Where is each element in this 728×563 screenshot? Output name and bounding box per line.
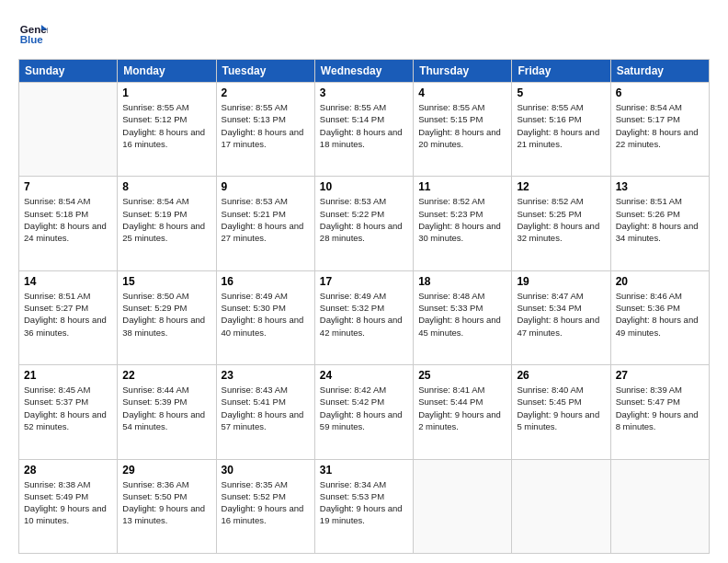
day-number: 1 xyxy=(122,86,210,99)
day-cell: 16Sunrise: 8:49 AMSunset: 5:30 PMDayligh… xyxy=(216,270,314,364)
day-cell: 20Sunrise: 8:46 AMSunset: 5:36 PMDayligh… xyxy=(610,270,709,364)
day-number: 4 xyxy=(418,86,506,99)
day-cell: 1Sunrise: 8:55 AMSunset: 5:12 PMDaylight… xyxy=(118,83,216,177)
weekday-header-tuesday: Tuesday xyxy=(216,60,314,83)
week-row-1: 1Sunrise: 8:55 AMSunset: 5:12 PMDaylight… xyxy=(19,83,710,177)
week-row-4: 21Sunrise: 8:45 AMSunset: 5:37 PMDayligh… xyxy=(19,365,710,459)
day-cell: 19Sunrise: 8:47 AMSunset: 5:34 PMDayligh… xyxy=(512,270,610,364)
day-info: Sunrise: 8:54 AMSunset: 5:19 PMDaylight:… xyxy=(122,195,210,244)
day-info: Sunrise: 8:53 AMSunset: 5:22 PMDaylight:… xyxy=(320,195,408,244)
day-number: 24 xyxy=(320,369,408,382)
day-cell xyxy=(610,459,709,553)
day-info: Sunrise: 8:40 AMSunset: 5:45 PMDaylight:… xyxy=(517,384,605,432)
day-cell: 3Sunrise: 8:55 AMSunset: 5:14 PMDaylight… xyxy=(314,83,413,177)
day-number: 8 xyxy=(122,180,210,193)
day-cell: 10Sunrise: 8:53 AMSunset: 5:22 PMDayligh… xyxy=(314,177,413,270)
day-info: Sunrise: 8:49 AMSunset: 5:30 PMDaylight:… xyxy=(222,290,310,339)
day-info: Sunrise: 8:55 AMSunset: 5:12 PMDaylight:… xyxy=(122,101,210,150)
page: General Blue SundayMondayTuesdayWednesda… xyxy=(0,0,728,563)
calendar-table: SundayMondayTuesdayWednesdayThursdayFrid… xyxy=(18,59,710,554)
day-cell: 27Sunrise: 8:39 AMSunset: 5:47 PMDayligh… xyxy=(610,365,709,459)
logo-icon: General Blue xyxy=(18,18,48,48)
day-info: Sunrise: 8:34 AMSunset: 5:53 PMDaylight:… xyxy=(320,478,408,527)
day-info: Sunrise: 8:54 AMSunset: 5:18 PMDaylight:… xyxy=(24,195,112,244)
week-row-3: 14Sunrise: 8:51 AMSunset: 5:27 PMDayligh… xyxy=(19,270,710,364)
day-cell: 14Sunrise: 8:51 AMSunset: 5:27 PMDayligh… xyxy=(19,270,118,364)
day-info: Sunrise: 8:44 AMSunset: 5:39 PMDaylight:… xyxy=(122,384,210,432)
day-info: Sunrise: 8:52 AMSunset: 5:23 PMDaylight:… xyxy=(418,195,506,244)
day-number: 27 xyxy=(616,369,704,382)
day-number: 30 xyxy=(222,464,310,477)
day-number: 31 xyxy=(320,464,408,477)
day-number: 25 xyxy=(418,369,506,382)
day-info: Sunrise: 8:54 AMSunset: 5:17 PMDaylight:… xyxy=(616,101,704,150)
day-info: Sunrise: 8:53 AMSunset: 5:21 PMDaylight:… xyxy=(222,195,310,244)
day-info: Sunrise: 8:49 AMSunset: 5:32 PMDaylight:… xyxy=(320,290,408,339)
day-cell: 23Sunrise: 8:43 AMSunset: 5:41 PMDayligh… xyxy=(216,365,314,459)
day-info: Sunrise: 8:38 AMSunset: 5:49 PMDaylight:… xyxy=(24,478,112,527)
day-cell: 24Sunrise: 8:42 AMSunset: 5:42 PMDayligh… xyxy=(314,365,413,459)
weekday-header-monday: Monday xyxy=(118,60,216,83)
day-cell: 6Sunrise: 8:54 AMSunset: 5:17 PMDaylight… xyxy=(610,83,709,177)
header: General Blue xyxy=(18,18,710,48)
day-info: Sunrise: 8:39 AMSunset: 5:47 PMDaylight:… xyxy=(616,384,704,432)
day-info: Sunrise: 8:51 AMSunset: 5:27 PMDaylight:… xyxy=(24,290,112,339)
day-number: 3 xyxy=(320,86,408,99)
weekday-header-wednesday: Wednesday xyxy=(314,60,413,83)
day-number: 22 xyxy=(122,369,210,382)
day-number: 20 xyxy=(616,275,704,288)
day-info: Sunrise: 8:55 AMSunset: 5:15 PMDaylight:… xyxy=(418,101,506,150)
day-number: 15 xyxy=(122,275,210,288)
day-cell: 26Sunrise: 8:40 AMSunset: 5:45 PMDayligh… xyxy=(512,365,610,459)
day-cell: 12Sunrise: 8:52 AMSunset: 5:25 PMDayligh… xyxy=(512,177,610,270)
day-cell: 31Sunrise: 8:34 AMSunset: 5:53 PMDayligh… xyxy=(314,459,413,553)
weekday-header-thursday: Thursday xyxy=(414,60,512,83)
day-info: Sunrise: 8:52 AMSunset: 5:25 PMDaylight:… xyxy=(517,195,605,244)
day-info: Sunrise: 8:47 AMSunset: 5:34 PMDaylight:… xyxy=(517,290,605,339)
day-number: 5 xyxy=(517,86,605,99)
day-number: 21 xyxy=(24,369,112,382)
day-cell: 15Sunrise: 8:50 AMSunset: 5:29 PMDayligh… xyxy=(118,270,216,364)
day-cell: 22Sunrise: 8:44 AMSunset: 5:39 PMDayligh… xyxy=(118,365,216,459)
day-info: Sunrise: 8:46 AMSunset: 5:36 PMDaylight:… xyxy=(616,290,704,339)
day-cell: 2Sunrise: 8:55 AMSunset: 5:13 PMDaylight… xyxy=(216,83,314,177)
day-number: 26 xyxy=(517,369,605,382)
day-cell: 30Sunrise: 8:35 AMSunset: 5:52 PMDayligh… xyxy=(216,459,314,553)
weekday-header-row: SundayMondayTuesdayWednesdayThursdayFrid… xyxy=(19,60,710,83)
day-cell: 9Sunrise: 8:53 AMSunset: 5:21 PMDaylight… xyxy=(216,177,314,270)
day-number: 16 xyxy=(222,275,310,288)
day-cell: 11Sunrise: 8:52 AMSunset: 5:23 PMDayligh… xyxy=(414,177,512,270)
weekday-header-saturday: Saturday xyxy=(610,60,709,83)
day-number: 17 xyxy=(320,275,408,288)
svg-text:Blue: Blue xyxy=(20,34,44,45)
day-number: 13 xyxy=(616,180,704,193)
day-number: 2 xyxy=(222,86,310,99)
day-cell: 29Sunrise: 8:36 AMSunset: 5:50 PMDayligh… xyxy=(118,459,216,553)
day-info: Sunrise: 8:55 AMSunset: 5:14 PMDaylight:… xyxy=(320,101,408,150)
day-info: Sunrise: 8:42 AMSunset: 5:42 PMDaylight:… xyxy=(320,384,408,432)
day-number: 29 xyxy=(122,464,210,477)
day-info: Sunrise: 8:55 AMSunset: 5:13 PMDaylight:… xyxy=(222,101,310,150)
day-cell: 17Sunrise: 8:49 AMSunset: 5:32 PMDayligh… xyxy=(314,270,413,364)
day-info: Sunrise: 8:48 AMSunset: 5:33 PMDaylight:… xyxy=(418,290,506,339)
day-cell: 8Sunrise: 8:54 AMSunset: 5:19 PMDaylight… xyxy=(118,177,216,270)
day-number: 28 xyxy=(24,464,112,477)
week-row-5: 28Sunrise: 8:38 AMSunset: 5:49 PMDayligh… xyxy=(19,459,710,553)
day-cell: 4Sunrise: 8:55 AMSunset: 5:15 PMDaylight… xyxy=(414,83,512,177)
day-cell xyxy=(19,83,118,177)
weekday-header-sunday: Sunday xyxy=(19,60,118,83)
logo: General Blue xyxy=(18,18,51,48)
day-number: 6 xyxy=(616,86,704,99)
day-number: 12 xyxy=(517,180,605,193)
day-number: 14 xyxy=(24,275,112,288)
weekday-header-friday: Friday xyxy=(512,60,610,83)
day-info: Sunrise: 8:36 AMSunset: 5:50 PMDaylight:… xyxy=(122,478,210,527)
day-cell: 25Sunrise: 8:41 AMSunset: 5:44 PMDayligh… xyxy=(414,365,512,459)
day-info: Sunrise: 8:43 AMSunset: 5:41 PMDaylight:… xyxy=(222,384,310,432)
day-number: 10 xyxy=(320,180,408,193)
day-cell: 21Sunrise: 8:45 AMSunset: 5:37 PMDayligh… xyxy=(19,365,118,459)
day-info: Sunrise: 8:45 AMSunset: 5:37 PMDaylight:… xyxy=(24,384,112,432)
day-number: 11 xyxy=(418,180,506,193)
day-info: Sunrise: 8:41 AMSunset: 5:44 PMDaylight:… xyxy=(418,384,506,432)
day-cell: 5Sunrise: 8:55 AMSunset: 5:16 PMDaylight… xyxy=(512,83,610,177)
